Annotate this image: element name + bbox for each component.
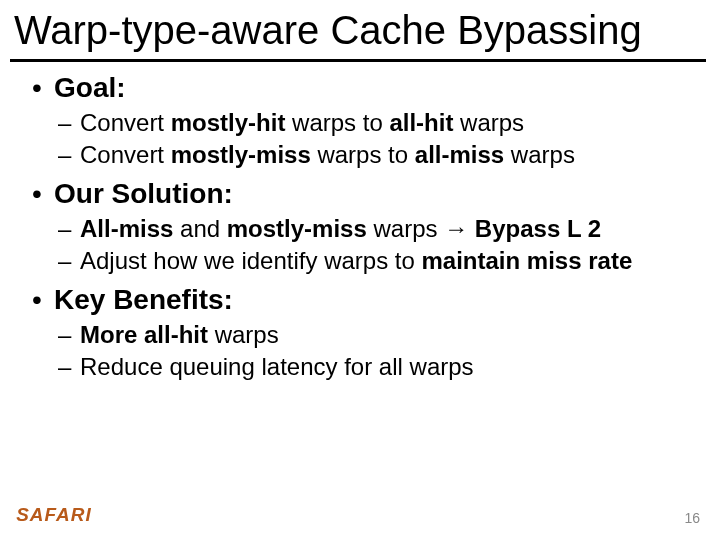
slide-title: Warp-type-aware Cache Bypassing [0,0,720,57]
arrow-icon: → [444,215,468,242]
slide-body: Goal: Convert mostly-hit warps to all-hi… [0,72,720,382]
section-solution-heading: Our Solution: [28,178,700,210]
benefit-item-2: Reduce queuing latency for all warps [58,352,700,382]
goal-item-1: Convert mostly-hit warps to all-hit warp… [58,108,700,138]
title-underline [10,59,706,62]
benefit-item-1: More all-hit warps [58,320,700,350]
section-benefits-heading: Key Benefits: [28,284,700,316]
goal-item-2: Convert mostly-miss warps to all-miss wa… [58,140,700,170]
solution-item-1: All-miss and mostly-miss warps → Bypass … [58,214,700,244]
footer-logo: SAFARI [16,505,92,526]
page-number: 16 [684,510,700,526]
solution-item-2: Adjust how we identify warps to maintain… [58,246,700,276]
section-goal-heading: Goal: [28,72,700,104]
